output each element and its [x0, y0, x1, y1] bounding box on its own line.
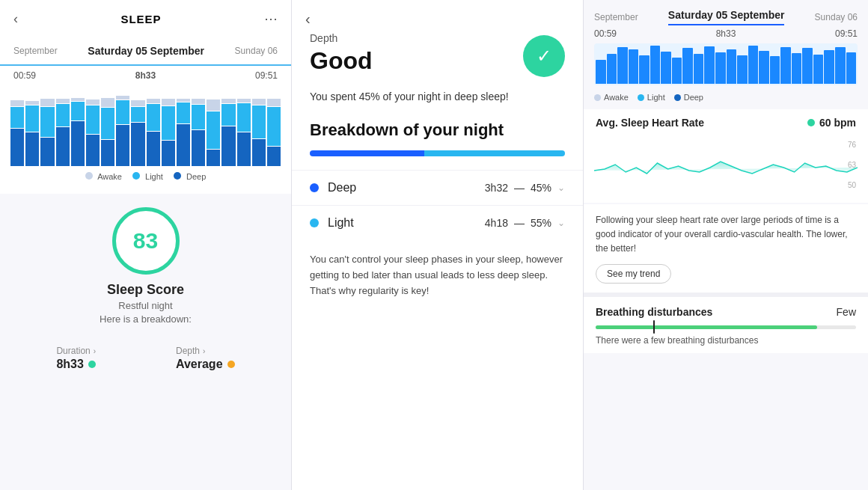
left-time-start: 00:59: [13, 70, 36, 81]
heart-rate-row: Avg. Sleep Heart Rate 60 bpm: [584, 109, 868, 136]
heart-rate-label: Avg. Sleep Heart Rate: [596, 117, 704, 129]
legend-awake: Awake: [85, 172, 122, 181]
phase-deep-pct: 45%: [531, 182, 551, 194]
metric-duration-value: 8h33: [56, 358, 96, 371]
right-time-start: 00:59: [594, 28, 617, 39]
right-advice: Following your sleep heart rate over lar…: [584, 204, 868, 293]
metric-depth-value: Average: [176, 358, 235, 371]
right-legend-deep: Deep: [674, 93, 703, 102]
heart-rate-value: 60 bpm: [807, 117, 856, 129]
phase-light-time: 4h18: [485, 217, 508, 229]
left-date-prev: September: [13, 46, 58, 56]
phase-deep-name: Deep: [328, 181, 356, 195]
breathing-marker: [653, 320, 655, 334]
metric-depth[interactable]: Depth › Average: [176, 346, 235, 371]
breathing-value: Few: [837, 306, 856, 318]
depth-label: Depth: [310, 32, 373, 44]
hr-chart-wrap: 76 63 50: [594, 141, 858, 192]
phase-light-left: Light: [310, 216, 354, 230]
metrics-row: Duration › 8h33 Depth › Average: [0, 332, 291, 371]
middle-advice: You can't control your sleep phases in y…: [292, 240, 583, 316]
right-panel: September Saturday 05 September Sunday 0…: [584, 0, 868, 490]
metric-depth-label: Depth ›: [176, 346, 235, 356]
breakdown-title: Breakdown of your night: [292, 114, 583, 150]
hr-label-mid: 63: [848, 161, 856, 169]
hr-label-high: 76: [848, 141, 856, 149]
breathing-desc: There were a few breathing disturbances: [596, 335, 856, 346]
chart-legend: Awake Light Deep: [10, 172, 281, 181]
middle-panel: ‹ Depth Good ✓ You spent 45% of your nig…: [292, 0, 584, 490]
right-legend-light: Light: [638, 93, 665, 102]
left-sleep-chart: Awake Light Deep: [0, 85, 291, 194]
phase-light-sep: —: [514, 217, 525, 229]
phase-light-name: Light: [328, 216, 354, 230]
score-title: Sleep Score: [107, 282, 184, 298]
right-date-next: Sunday 06: [815, 12, 858, 22]
left-date-next: Sunday 06: [235, 46, 278, 56]
phase-light-chevron: ⌄: [557, 218, 565, 228]
left-title: SLEEP: [18, 13, 264, 25]
score-sub1: Restful night: [118, 300, 172, 311]
legend-light: Light: [132, 172, 163, 181]
more-icon[interactable]: ⋯: [264, 10, 278, 27]
score-sub2: Here is a breakdown:: [100, 313, 192, 325]
left-time-duration: 8h33: [135, 70, 156, 81]
legend-deep: Deep: [174, 172, 206, 181]
hr-labels: 76 63 50: [846, 141, 858, 189]
heart-rate-advice-text: Following your sleep heart rate over lar…: [596, 215, 848, 254]
phase-deep-right: 3h32 — 45% ⌄: [485, 182, 565, 194]
right-time-end: 09:51: [835, 28, 858, 39]
right-legend: Awake Light Deep: [584, 90, 868, 109]
score-section: 83 Sleep Score Restful night Here is a b…: [0, 194, 291, 332]
right-time-range: 00:59 8h33 09:51: [584, 25, 868, 43]
hr-chart-svg: [594, 141, 858, 189]
heart-rate-dot: [807, 119, 815, 126]
progress-bar: [310, 150, 565, 156]
depth-section: Depth Good ✓: [292, 32, 583, 88]
left-time-range: 00:59 8h33 09:51: [0, 66, 291, 85]
trend-button[interactable]: See my trend: [596, 264, 671, 284]
hr-label-low: 50: [848, 181, 856, 189]
duration-dot: [88, 361, 96, 368]
middle-back[interactable]: ‹: [292, 0, 583, 32]
phase-light-pct: 55%: [531, 217, 551, 229]
phase-deep-sep: —: [514, 182, 525, 194]
score-circle: 83: [112, 207, 180, 275]
left-date-current[interactable]: Saturday 05 September: [88, 45, 204, 57]
phase-light-dot: [310, 218, 319, 227]
depth-value: Good: [310, 47, 373, 75]
phase-light[interactable]: Light 4h18 — 55% ⌄: [292, 205, 583, 240]
metric-duration-label: Duration ›: [56, 346, 96, 356]
breathing-bar-fill: [596, 325, 817, 329]
chart-bars: [10, 91, 281, 166]
right-date-prev: September: [594, 12, 638, 22]
metric-duration[interactable]: Duration › 8h33: [56, 346, 96, 371]
phase-light-right: 4h18 — 55% ⌄: [485, 217, 565, 229]
phase-deep-time: 3h32: [485, 182, 508, 194]
right-date-current[interactable]: Saturday 05 September: [668, 9, 785, 25]
depth-chevron: ›: [203, 347, 205, 355]
check-circle-icon: ✓: [523, 35, 565, 77]
phase-deep[interactable]: Deep 3h32 — 45% ⌄: [292, 170, 583, 205]
right-legend-awake: Awake: [594, 93, 629, 102]
score-value: 83: [133, 228, 158, 254]
right-date-nav: September Saturday 05 September Sunday 0…: [584, 0, 868, 25]
progress-deep-fill: [310, 150, 424, 156]
depth-dot: [227, 361, 235, 368]
phase-deep-left: Deep: [310, 181, 356, 195]
phase-deep-chevron: ⌄: [557, 183, 565, 193]
breathing-label: Breathing disturbances: [596, 306, 712, 318]
left-header: ‹ SLEEP ⋯: [0, 0, 291, 37]
hr-chart-area: 76 63 50: [584, 136, 868, 203]
deep-sleep-pct: You spent 45% of your night in deep slee…: [292, 88, 583, 114]
left-time-end: 09:51: [255, 70, 278, 81]
duration-chevron: ›: [94, 347, 96, 355]
breathing-bar-track: [596, 325, 856, 329]
right-time-duration: 8h33: [716, 28, 736, 39]
left-date-nav: September Saturday 05 September Sunday 0…: [0, 37, 291, 66]
phase-deep-dot: [310, 183, 319, 192]
progress-light-fill: [424, 150, 565, 156]
breathing-row: Breathing disturbances Few: [596, 306, 856, 318]
right-sleep-chart: [594, 43, 858, 85]
breathing-section: Breathing disturbances Few There were a …: [584, 297, 868, 353]
